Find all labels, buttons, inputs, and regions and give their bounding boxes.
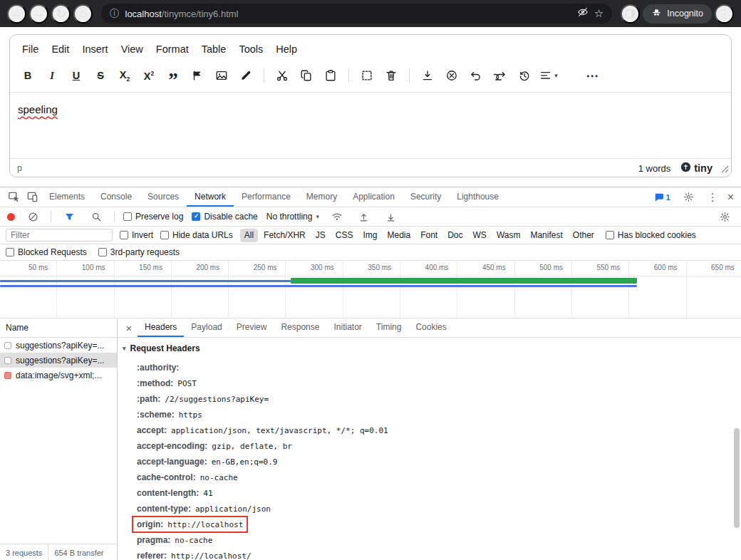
type-filter-js[interactable]: JS	[311, 229, 330, 242]
third-party-requests-checkbox[interactable]: 3rd-party requests	[98, 247, 180, 257]
paste-button[interactable]	[320, 65, 341, 86]
device-toolbar-icon[interactable]	[23, 187, 41, 207]
permanent-pen-button[interactable]	[235, 65, 256, 86]
image-button[interactable]	[211, 65, 232, 86]
element-path[interactable]: p	[17, 163, 22, 173]
menu-item-insert[interactable]: Insert	[76, 42, 114, 56]
undo-button[interactable]	[465, 65, 487, 86]
cut-button[interactable]	[271, 65, 293, 86]
underline-button[interactable]: U	[66, 65, 87, 86]
devtools-tab-console[interactable]: Console	[93, 187, 140, 207]
blockquote-button[interactable]: ”	[162, 65, 184, 86]
word-count[interactable]: 1 words	[638, 163, 671, 174]
type-filter-doc[interactable]: Doc	[443, 229, 467, 242]
subscript-button[interactable]: X2	[114, 65, 135, 86]
devtools-close-icon[interactable]: ×	[727, 192, 734, 203]
editor-content[interactable]: speeling	[10, 93, 731, 158]
export-button[interactable]	[417, 65, 438, 86]
request-row-suggestions-apikey[interactable]: suggestions?apiKey=...	[0, 353, 117, 368]
side-panel-icon[interactable]	[621, 4, 640, 24]
details-tab-initiator[interactable]: Initiator	[326, 318, 368, 337]
bold-button[interactable]: B	[17, 65, 38, 86]
more-button[interactable]: ⋯	[582, 65, 603, 86]
delete-button[interactable]	[380, 65, 402, 86]
back-icon[interactable]: ←	[7, 4, 26, 24]
details-tab-payload[interactable]: Payload	[184, 318, 229, 337]
align-button[interactable]: ▾	[538, 65, 559, 86]
menu-item-help[interactable]: Help	[269, 42, 304, 56]
invert-checkbox[interactable]: Invert	[120, 230, 153, 240]
issues-icon[interactable]: 1	[654, 192, 670, 202]
clear-icon[interactable]	[24, 212, 42, 222]
menu-item-view[interactable]: View	[115, 42, 150, 56]
superscript-button[interactable]: X2	[138, 65, 160, 86]
preserve-log-checkbox[interactable]: Preserve log	[123, 212, 183, 222]
devtools-tab-lighthouse[interactable]: Lighthouse	[449, 187, 507, 207]
gear-icon[interactable]	[680, 192, 698, 202]
strikethrough-button[interactable]: S	[90, 65, 111, 86]
type-filter-ws[interactable]: WS	[469, 229, 491, 242]
record-icon[interactable]	[7, 213, 15, 221]
details-tab-response[interactable]: Response	[274, 318, 326, 337]
filter-input[interactable]	[6, 229, 113, 242]
devtools-menu-icon[interactable]: ⋮	[708, 192, 718, 202]
type-filter-img[interactable]: Img	[358, 229, 381, 242]
menu-item-table[interactable]: Table	[195, 42, 233, 56]
restore-draft-button[interactable]	[514, 65, 535, 86]
devtools-tab-performance[interactable]: Performance	[234, 187, 299, 207]
details-tab-timing[interactable]: Timing	[369, 318, 409, 337]
devtools-tab-application[interactable]: Application	[345, 187, 403, 207]
copy-button[interactable]	[296, 65, 317, 86]
throttling-select[interactable]: No throttling▾	[266, 212, 319, 222]
type-filter-css[interactable]: CSS	[331, 229, 358, 242]
name-column-header[interactable]: Name	[0, 318, 117, 338]
menu-item-edit[interactable]: Edit	[45, 42, 76, 56]
italic-button[interactable]: I	[41, 65, 63, 86]
resize-grip-icon[interactable]	[721, 165, 729, 175]
hide-data-urls-checkbox[interactable]: Hide data URLs	[160, 230, 233, 240]
request-headers-section[interactable]: ▾ Request Headers	[123, 343, 200, 353]
search-icon[interactable]	[87, 212, 105, 222]
select-all-button[interactable]	[356, 65, 378, 86]
refresh-icon[interactable]: ↻	[51, 4, 71, 24]
has-blocked-cookies-checkbox[interactable]: Has blocked cookies	[606, 230, 696, 240]
details-tab-cookies[interactable]: Cookies	[408, 318, 453, 337]
forward-icon[interactable]: →	[29, 4, 48, 24]
redo-button[interactable]	[489, 65, 511, 86]
star-icon[interactable]: ☆	[594, 7, 603, 20]
browser-menu-icon[interactable]: ⋮	[715, 4, 734, 24]
filter-icon[interactable]	[60, 212, 78, 222]
type-filter-all[interactable]: All	[240, 229, 258, 242]
network-overview-timeline[interactable]: 50 ms100 ms150 ms200 ms250 ms300 ms350 m…	[0, 261, 741, 318]
type-filter-font[interactable]: Font	[416, 229, 442, 242]
devtools-tab-elements[interactable]: Elements	[41, 187, 93, 207]
details-tab-preview[interactable]: Preview	[229, 318, 274, 337]
blocked-requests-checkbox[interactable]: Blocked Requests	[6, 247, 87, 257]
cancel-button[interactable]	[441, 65, 462, 86]
type-filter-other[interactable]: Other	[569, 229, 598, 242]
url-bar[interactable]: ⓘ localhost/tinymce/tiny6.html ☆	[101, 4, 612, 24]
network-settings-gear-icon[interactable]	[715, 212, 734, 222]
eye-off-icon[interactable]	[577, 6, 589, 21]
export-har-icon[interactable]	[382, 212, 400, 222]
info-icon[interactable]: ⓘ	[110, 7, 120, 20]
close-details-icon[interactable]: ×	[120, 318, 138, 337]
menu-item-format[interactable]: Format	[150, 42, 195, 56]
request-row-data-image-svg-xml[interactable]: data:image/svg+xml;...	[0, 368, 117, 383]
disable-cache-checkbox[interactable]: Disable cache	[192, 212, 257, 222]
type-filter-wasm[interactable]: Wasm	[492, 229, 525, 242]
scrollbar-thumb[interactable]	[734, 428, 740, 528]
request-row-suggestions-apikey[interactable]: suggestions?apiKey=...	[0, 338, 117, 353]
home-icon[interactable]: ⌂	[73, 4, 93, 24]
network-conditions-icon[interactable]	[328, 211, 346, 222]
format-painter-button[interactable]	[187, 65, 208, 86]
menu-item-tools[interactable]: Tools	[232, 42, 269, 56]
details-tab-headers[interactable]: Headers	[138, 318, 184, 337]
devtools-tab-security[interactable]: Security	[403, 187, 449, 207]
type-filter-fetch-xhr[interactable]: Fetch/XHR	[259, 229, 310, 242]
devtools-tab-sources[interactable]: Sources	[140, 187, 187, 207]
devtools-tab-network[interactable]: Network	[187, 187, 234, 207]
menu-item-file[interactable]: File	[16, 42, 45, 56]
import-har-icon[interactable]	[355, 212, 373, 222]
type-filter-manifest[interactable]: Manifest	[526, 229, 566, 242]
